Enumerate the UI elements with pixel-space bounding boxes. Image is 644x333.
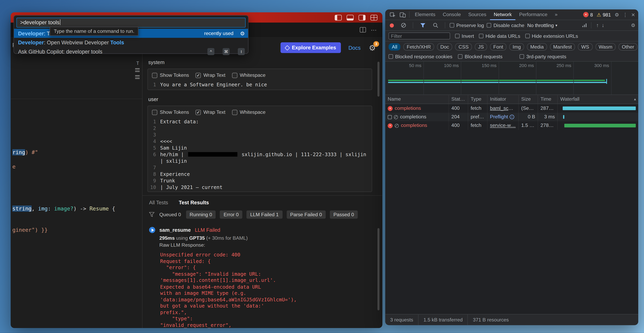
column-header-waterfall[interactable]: Waterfall▲ xyxy=(558,95,638,103)
device-toolbar-icon[interactable] xyxy=(398,10,408,19)
line-number: 5 xyxy=(148,145,156,151)
clear-network-log-icon[interactable] xyxy=(398,21,408,30)
line-text-segment: sxlijin.github.io | 111-222-3333 | sxlij… xyxy=(239,152,366,157)
devtools-tab-elements[interactable]: Elements xyxy=(411,10,439,20)
type-chip-img[interactable]: Img xyxy=(509,43,524,50)
export-har-icon[interactable]: ↓ xyxy=(602,22,604,29)
devtools-settings-icon[interactable]: ⚙ xyxy=(614,12,619,18)
split-editor-icon[interactable] xyxy=(360,27,366,33)
request-type: fetch xyxy=(468,121,488,130)
preserve-log-checkbox[interactable]: Preserve log xyxy=(450,23,484,28)
filter-icon[interactable] xyxy=(149,212,154,217)
status-chip[interactable]: Passed 0 xyxy=(330,210,358,219)
checkbox-icon xyxy=(388,54,393,59)
warning-count-badge[interactable]: ⚠ 981 xyxy=(597,12,611,18)
toggle-wrap-text[interactable]: ✓Wrap Text xyxy=(196,109,226,115)
toggle-show-tokens[interactable]: Show Tokens xyxy=(152,72,189,78)
inspect-element-icon[interactable] xyxy=(388,10,398,19)
request-error-icon: × xyxy=(388,106,393,111)
hide-data-urls-checkbox[interactable]: Hide data URLs xyxy=(479,33,520,39)
devtools-menu-icon[interactable]: ⋮ xyxy=(623,12,628,18)
toggle-wrap-text[interactable]: ✓Wrap Text xyxy=(196,72,226,78)
line-text-segment: <<<< xyxy=(160,138,172,144)
command-input[interactable]: >developer tools xyxy=(16,18,246,28)
type-chip-wasm[interactable]: Wasm xyxy=(595,43,616,50)
invert-checkbox[interactable]: Invert xyxy=(455,33,474,39)
network-overview-timeline[interactable]: 50 ms100 ms150 ms200 ms250 ms300 ms xyxy=(385,62,638,95)
timeline-bar-cyan xyxy=(388,82,607,83)
network-request-row[interactable]: ×completions400fetchservice-w…1.5 kB278 … xyxy=(385,121,638,130)
network-request-row[interactable]: ×completions400fetchbaml_sche…(Serv…287 … xyxy=(385,104,638,113)
toggle-whitespace[interactable]: Whitespace xyxy=(232,72,266,78)
code-editor[interactable]: pring) #"estring, img: image?) -> Resume… xyxy=(11,37,142,328)
explore-examples-button[interactable]: Explore Examples xyxy=(280,42,341,53)
column-header-initiator[interactable]: Initiator xyxy=(488,95,519,103)
record-network-log-icon[interactable] xyxy=(390,23,394,28)
type-chip-manifest[interactable]: Manifest xyxy=(550,43,575,50)
palette-row[interactable]: Ask GitHub Copilot: developer tools^⌘I xyxy=(14,47,248,56)
blocked-requests-checkbox[interactable]: Blocked requests xyxy=(458,54,502,60)
initiator-link[interactable]: service-w… xyxy=(490,123,516,128)
results-scrollbar[interactable] xyxy=(378,228,380,310)
type-chip-font[interactable]: Font xyxy=(490,43,506,50)
network-settings-icon[interactable]: ⚙ xyxy=(631,23,635,28)
initiator-link[interactable]: baml_sche… xyxy=(490,105,519,111)
network-request-row[interactable]: completions204prefli…Preflighti0 B3 ms xyxy=(385,113,638,121)
type-chip-fetch-xhr[interactable]: Fetch/XHR xyxy=(404,43,434,50)
disable-cache-checkbox[interactable]: Disable cache xyxy=(487,23,524,28)
palette-row-label: Developer: T xyxy=(18,30,50,37)
type-chip-media[interactable]: Media xyxy=(527,43,547,50)
type-chip-doc[interactable]: Doc xyxy=(437,43,452,50)
column-header-status[interactable]: Status xyxy=(449,95,468,103)
status-chip[interactable]: LLM Failed 1 xyxy=(246,210,282,219)
editor-split-divider[interactable] xyxy=(11,99,142,99)
tab-all-tests[interactable]: All Tests xyxy=(149,200,168,205)
hide-extension-urls-checkbox[interactable]: Hide extension URLs xyxy=(525,33,578,39)
column-header-time[interactable]: Time xyxy=(538,95,558,103)
status-chip[interactable]: Error 0 xyxy=(220,210,242,219)
status-chip[interactable]: Parse Failed 0 xyxy=(286,210,326,219)
type-chip-other[interactable]: Other xyxy=(618,43,638,50)
devtools-tab-network[interactable]: Network xyxy=(490,10,516,20)
notifications-button[interactable]: ⚙ 3 xyxy=(369,43,376,53)
toggle-sidebar-right-icon[interactable] xyxy=(358,15,366,21)
type-chip-js[interactable]: JS xyxy=(475,43,487,50)
status-chip[interactable]: Running 0 xyxy=(186,210,216,219)
throttling-dropdown[interactable]: No throttling▾ xyxy=(527,23,557,28)
configure-keybinding-icon[interactable]: ⚙ xyxy=(240,30,245,37)
run-test-button[interactable] xyxy=(149,227,155,233)
docs-link[interactable]: Docs xyxy=(348,45,360,51)
customize-layout-icon[interactable] xyxy=(370,15,378,21)
column-header-name[interactable]: Name xyxy=(385,95,449,103)
type-chip-all[interactable]: All xyxy=(388,43,401,50)
devtools-tab-performance[interactable]: Performance xyxy=(516,10,551,20)
code-line: 1Extract data: xyxy=(148,118,372,125)
search-icon[interactable] xyxy=(430,21,440,30)
filter-toggle-icon[interactable] xyxy=(418,21,428,30)
initiator-preflight-link[interactable]: Preflighti xyxy=(490,113,516,121)
toggle-whitespace[interactable]: Whitespace xyxy=(232,109,266,115)
error-count-badge[interactable]: × 8 xyxy=(583,12,593,18)
network-conditions-icon[interactable] xyxy=(582,24,587,27)
devtools-tab-sources[interactable]: Sources xyxy=(464,10,490,20)
tab-test-results[interactable]: Test Results xyxy=(179,200,209,205)
palette-row[interactable]: Developer: Open Webview Developer Tools xyxy=(14,38,248,47)
toggle-sidebar-left-icon[interactable] xyxy=(335,15,342,21)
import-har-icon[interactable]: ↑ xyxy=(596,22,599,29)
toggle-show-tokens[interactable]: Show Tokens xyxy=(152,109,189,115)
type-chip-css[interactable]: CSS xyxy=(455,43,472,50)
redaction-box xyxy=(188,152,237,157)
blocked-response-cookies-checkbox[interactable]: Blocked response cookies xyxy=(388,54,452,60)
devtools-tab-console[interactable]: Console xyxy=(439,10,464,20)
devtools-close-icon[interactable]: × xyxy=(631,11,635,18)
code-line: 9Trunk xyxy=(148,178,372,184)
prompt-scrollbar[interactable] xyxy=(378,62,380,97)
toggle-panel-icon[interactable] xyxy=(347,15,354,21)
more-actions-icon[interactable]: ⋯ xyxy=(371,28,377,32)
column-header-type[interactable]: Type xyxy=(468,95,488,103)
more-tabs-icon[interactable]: » xyxy=(551,10,561,20)
column-header-size[interactable]: Size xyxy=(519,95,538,103)
network-filter-input[interactable] xyxy=(388,33,450,39)
type-chip-ws[interactable]: WS xyxy=(578,43,592,50)
3rd-party-requests-checkbox[interactable]: 3rd-party requests xyxy=(520,54,566,60)
